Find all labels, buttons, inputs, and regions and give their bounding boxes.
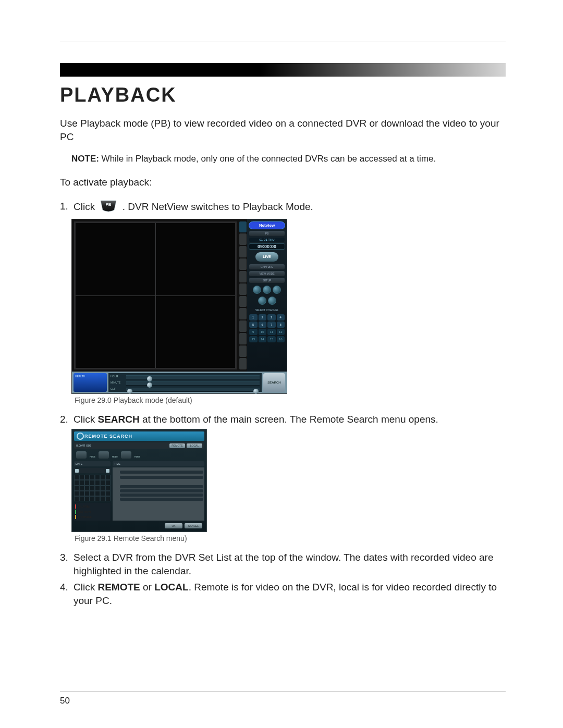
step-1-pre: Click [74, 201, 97, 212]
capture-button[interactable]: CAPTURE [249, 264, 285, 269]
round-buttons-row [253, 286, 281, 294]
netview-body: Netview PB 01-01 THU 09:00:00 LIVE CAPTU… [72, 219, 287, 372]
video-grid-2x2[interactable] [74, 221, 237, 369]
minute-label: MINUTE [111, 381, 120, 384]
ch-3[interactable]: 3 [267, 314, 276, 320]
step-2: 2. Click SEARCH at the bottom of the mai… [60, 413, 506, 426]
time-grid[interactable] [113, 467, 204, 521]
step-4: 4. Click REMOTE or LOCAL. Remote is for … [60, 581, 506, 607]
dvr-label[interactable]: 0.DVR 007 [76, 444, 91, 447]
minute-knob[interactable] [147, 382, 152, 388]
ch-13[interactable]: 13 [249, 336, 258, 342]
section-heading: PLAYBACK [60, 84, 506, 106]
ch-9[interactable]: 9 [249, 329, 258, 335]
ch-10[interactable]: 10 [259, 329, 267, 335]
hdd-tabs: HDD1 HDD2 HDD3 [74, 450, 204, 460]
time-label: TIME [113, 461, 204, 466]
top-rule [60, 42, 506, 42]
ch-15[interactable]: 15 [267, 336, 276, 342]
round-button-2[interactable] [263, 286, 271, 294]
ch-1[interactable]: 1 [249, 314, 258, 320]
step-1: 1. Click PB . DVR NetView switches to Pl… [60, 200, 506, 216]
channel-number-grid: 1 2 3 4 5 6 7 8 9 10 11 12 13 14 15 16 [249, 314, 285, 342]
health-panel[interactable]: HEALTH [74, 373, 107, 392]
section-title-bar [60, 63, 506, 77]
round-button-3[interactable] [273, 286, 281, 294]
step-3: 3. Select a DVR from the DVR Set List at… [60, 551, 506, 577]
step-2-pre: Click [74, 414, 97, 425]
cancel-button[interactable]: CANCEL [185, 523, 202, 528]
manual-page: PLAYBACK Use Playback mode (PB) to view … [0, 0, 563, 728]
legend-alarm: ALARM [75, 504, 109, 509]
legend: ALARM MOTION NORMAL [74, 503, 111, 521]
hdd2-icon[interactable] [99, 451, 109, 459]
ok-button[interactable]: OK [165, 523, 182, 528]
date-label: DATE [74, 461, 111, 466]
remote-search-footer: OK CANCEL [74, 522, 204, 529]
step-1-body: Click PB . DVR NetView switches to Playb… [74, 200, 506, 216]
activate-text: To activate playback: [60, 176, 506, 189]
step-4-pre: Click [74, 582, 97, 593]
setup-button[interactable]: SETUP [249, 278, 285, 283]
clip-knob-start[interactable] [127, 389, 132, 394]
ch-14[interactable]: 14 [259, 336, 267, 342]
note-body: While in Playback mode, only one of the … [99, 154, 436, 164]
remote-search-main: DATE ALARM MOTION NORMAL [74, 461, 204, 521]
remote-button[interactable]: REMOTE [169, 443, 185, 448]
ch-5[interactable]: 5 [249, 322, 258, 328]
viewmode-button[interactable]: VIEW MODE [249, 271, 285, 276]
round-button-4[interactable] [258, 297, 266, 305]
figure-remote-search: REMOTE SEARCH 0.DVR 007 REMOTE LOCAL HDD… [71, 429, 207, 532]
timeline-area[interactable]: HOUR MINUTE CLIP [108, 373, 262, 392]
remote-search-title: REMOTE SEARCH [74, 431, 204, 441]
search-button[interactable]: SEARCH [263, 373, 285, 392]
cal-next-icon[interactable] [106, 469, 109, 473]
step-2-keyword: SEARCH [97, 414, 139, 425]
live-button[interactable]: LIVE [255, 252, 278, 262]
ch-2[interactable]: 2 [259, 314, 267, 320]
local-button[interactable]: LOCAL [187, 443, 202, 448]
hdd3-icon[interactable] [121, 451, 131, 459]
note: NOTE: While in Playback mode, only one o… [71, 154, 506, 164]
time-display: 09:00:00 [249, 243, 285, 250]
step-3-number: 3. [60, 551, 74, 564]
pb-mode-pill[interactable]: PB [249, 231, 285, 236]
svg-text:PB: PB [106, 202, 112, 207]
step-1-number: 1. [60, 200, 74, 213]
round-button-1[interactable] [253, 286, 261, 294]
ch-11[interactable]: 11 [267, 329, 276, 335]
step-4-or: or [140, 582, 154, 593]
legend-motion: MOTION [75, 510, 109, 514]
select-channel-label: SELECT CHANNEL [249, 309, 285, 312]
ch-6[interactable]: 6 [259, 322, 267, 328]
clip-knob-end[interactable] [253, 389, 259, 394]
step-2-post: at the bottom of the main screen. The Re… [140, 414, 438, 425]
legend-normal: NORMAL [75, 515, 109, 519]
ch-8[interactable]: 8 [277, 322, 285, 328]
clip-label: CLIP [111, 387, 116, 390]
calendar-grid[interactable] [74, 475, 111, 501]
page-number: 50 [60, 696, 70, 706]
step-3-body: Select a DVR from the DVR Set List at th… [74, 551, 506, 577]
step-4-remote: REMOTE [97, 582, 140, 593]
date-display: 01-01 THU [249, 238, 285, 242]
round-buttons-row2 [258, 297, 276, 305]
time-panel: TIME [113, 461, 204, 521]
figure-2-caption: Figure 29.1 Remote Search menu) [75, 534, 506, 542]
cal-prev-icon[interactable] [75, 469, 79, 473]
step-2-number: 2. [60, 413, 74, 426]
channel-scroll-column[interactable] [239, 219, 247, 372]
step-4-number: 4. [60, 581, 74, 594]
hdd1-icon[interactable] [76, 451, 87, 459]
ch-4[interactable]: 4 [277, 314, 285, 320]
ch-12[interactable]: 12 [277, 329, 285, 335]
dvr-set-row: 0.DVR 007 REMOTE LOCAL [74, 442, 204, 449]
hour-knob[interactable] [147, 376, 152, 381]
ch-7[interactable]: 7 [267, 322, 276, 328]
figure-playback-mode: Netview PB 01-01 THU 09:00:00 LIVE CAPTU… [71, 219, 287, 394]
round-button-5[interactable] [268, 297, 276, 305]
ch-16[interactable]: 16 [277, 336, 285, 342]
hour-label: HOUR [111, 375, 118, 378]
pb-icon[interactable]: PB [100, 200, 117, 216]
calendar-panel: DATE ALARM MOTION NORMAL [74, 461, 111, 521]
